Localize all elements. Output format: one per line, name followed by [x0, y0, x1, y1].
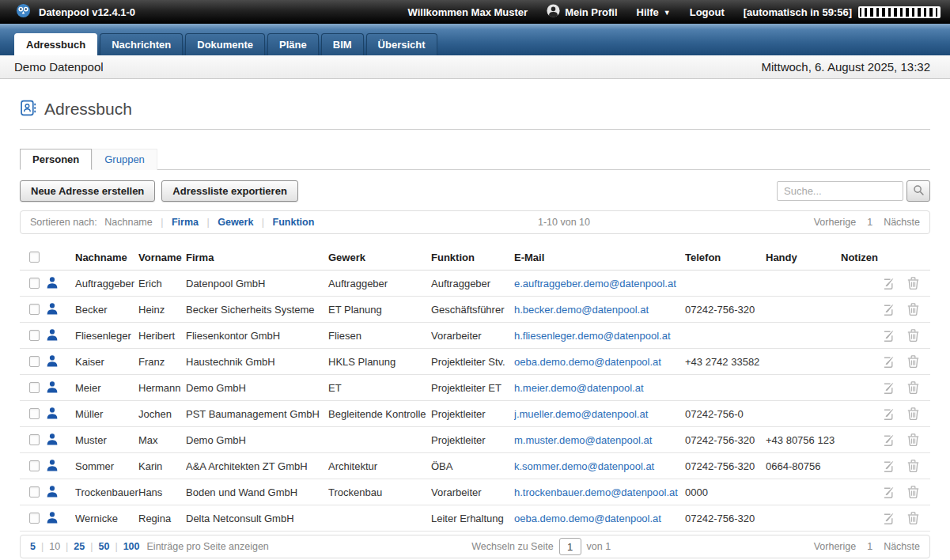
sort-link-firma[interactable]: Firma: [172, 217, 199, 228]
delete-icon[interactable]: [907, 381, 919, 395]
addressbook-icon: [20, 100, 36, 119]
goto-label: Wechseln zu Seite: [471, 541, 553, 552]
prev-page-link[interactable]: Vorherige: [814, 217, 857, 228]
delete-icon[interactable]: [907, 460, 919, 473]
edit-icon[interactable]: [884, 355, 895, 369]
cell-gewerk: Begleitende Kontrolle: [328, 408, 431, 420]
perpage-100[interactable]: 100: [123, 541, 140, 552]
export-list-button[interactable]: Adressliste exportieren: [161, 180, 298, 202]
subheader: Demo Datenpool Mittwoch, 6. August 2025,…: [0, 55, 950, 79]
edit-icon[interactable]: [884, 329, 895, 342]
footer-prev-link[interactable]: Vorherige: [814, 541, 857, 552]
cell-nachname: Fliesenleger: [75, 330, 138, 342]
sort-link-gewerk[interactable]: Gewerk: [218, 217, 253, 228]
perpage-5[interactable]: 5: [30, 541, 36, 552]
sort-bar: Sortieren nach: Nachname | Firma | Gewer…: [20, 210, 930, 234]
row-checkbox[interactable]: [29, 513, 40, 524]
cell-funktion: Geschäftsführer: [431, 304, 514, 316]
edit-icon[interactable]: [884, 303, 895, 316]
email-link[interactable]: h.fliesenleger.demo@datenpool.at: [514, 330, 671, 342]
cell-handy: +43 80756 123: [766, 434, 841, 446]
table-row: Sommer Karin A&A Architekten ZT GmbH Arc…: [20, 453, 930, 479]
person-icon: [46, 407, 59, 422]
search-input[interactable]: [777, 181, 903, 201]
goto-suffix: von 1: [587, 541, 611, 552]
nav-tab-uebersicht[interactable]: Übersicht: [366, 33, 437, 55]
email-link[interactable]: m.muster.demo@datenpool.at: [514, 434, 652, 446]
cell-funktion: Auftraggeber: [431, 278, 514, 289]
delete-icon[interactable]: [907, 407, 919, 421]
email-link[interactable]: j.mueller.demo@datenpool.at: [514, 408, 648, 420]
cell-gewerk: HKLS Planung: [328, 356, 431, 368]
select-all-checkbox[interactable]: [29, 252, 40, 263]
goto-page-input[interactable]: [559, 538, 581, 555]
email-link[interactable]: h.trockenbauer.demo@datenpool.at: [514, 486, 678, 498]
nav-tab-plaene[interactable]: Pläne: [267, 33, 319, 55]
delete-icon[interactable]: [907, 303, 919, 316]
nav-tab-dokumente[interactable]: Dokumente: [185, 33, 265, 55]
footer-current-page: 1: [867, 541, 872, 552]
row-checkbox[interactable]: [29, 408, 40, 419]
delete-icon[interactable]: [907, 277, 919, 290]
edit-icon[interactable]: [884, 460, 895, 473]
edit-icon[interactable]: [884, 277, 895, 290]
table-row: Fliesenleger Heribert Fliesenkontor GmbH…: [20, 323, 930, 349]
edit-icon[interactable]: [884, 433, 895, 447]
search-button[interactable]: [906, 180, 930, 202]
edit-icon[interactable]: [884, 486, 895, 499]
sort-link-funktion[interactable]: Funktion: [273, 217, 315, 228]
cell-nachname: Kaiser: [75, 356, 138, 368]
new-address-button[interactable]: Neue Adresse erstellen: [20, 180, 155, 202]
cell-funktion: Leiter Erhaltung: [431, 513, 514, 524]
edit-icon[interactable]: [884, 381, 895, 395]
edit-icon[interactable]: [884, 407, 895, 421]
tab-personen[interactable]: Personen: [20, 149, 92, 170]
nav-tab-adressbuch[interactable]: Adressbuch: [14, 33, 97, 55]
topbar: Datenpool v12.4.1-0 Willkommen Max Muste…: [0, 0, 950, 24]
email-link[interactable]: h.meier.demo@datenpool.at: [514, 382, 644, 394]
row-checkbox[interactable]: [29, 486, 40, 498]
table-row: Trockenbauer Hans Boden und Wand GmbH Tr…: [20, 479, 930, 505]
row-checkbox[interactable]: [29, 278, 40, 289]
row-checkbox[interactable]: [29, 356, 40, 367]
perpage-25[interactable]: 25: [74, 541, 85, 552]
email-link[interactable]: oeba.demo.demo@datenpool.at: [514, 513, 661, 524]
chevron-down-icon: ▼: [664, 9, 671, 17]
row-checkbox[interactable]: [29, 330, 40, 341]
cell-funktion: Projektleiter: [431, 434, 514, 446]
email-link[interactable]: h.becker.demo@datenpool.at: [514, 304, 649, 316]
logout-link[interactable]: Logout: [690, 6, 725, 18]
profile-avatar-icon: [547, 4, 560, 20]
email-link[interactable]: k.sommer.demo@datenpool.at: [514, 460, 654, 472]
row-checkbox[interactable]: [29, 460, 40, 471]
nav-tab-nachrichten[interactable]: Nachrichten: [100, 33, 183, 55]
table-row: Becker Heinz Becker Sicherheits Systeme …: [20, 297, 930, 323]
email-link[interactable]: e.auftraggeber.demo@datenpool.at: [514, 278, 676, 289]
delete-icon[interactable]: [907, 486, 919, 499]
cell-gewerk: Fliesen: [328, 330, 431, 342]
table-row: Kaiser Franz Haustechnik GmbH HKLS Planu…: [20, 349, 930, 375]
delete-icon[interactable]: [907, 512, 919, 525]
next-page-link[interactable]: Nächste: [884, 217, 920, 228]
edit-icon[interactable]: [884, 512, 895, 525]
nav-tab-bim[interactable]: BIM: [321, 33, 364, 55]
col-nachname: Nachname: [75, 252, 138, 263]
cell-nachname: Auftraggeber: [75, 278, 138, 289]
footer-next-link[interactable]: Nächste: [884, 541, 920, 552]
tab-gruppen[interactable]: Gruppen: [92, 149, 157, 170]
col-handy: Handy: [766, 252, 841, 263]
perpage-50[interactable]: 50: [99, 541, 110, 552]
row-checkbox[interactable]: [29, 304, 40, 315]
delete-icon[interactable]: [907, 329, 919, 342]
cell-nachname: Sommer: [75, 460, 138, 472]
profile-link[interactable]: Mein Profil: [547, 4, 617, 20]
row-checkbox[interactable]: [29, 382, 40, 393]
email-link[interactable]: oeba.demo.demo@datenpool.at: [514, 356, 661, 368]
delete-icon[interactable]: [907, 355, 919, 369]
cell-gewerk: ET: [328, 382, 431, 394]
cell-telefon: 07242-756-320: [685, 513, 766, 524]
page-title: Adressbuch: [44, 100, 132, 119]
row-checkbox[interactable]: [29, 434, 40, 445]
delete-icon[interactable]: [907, 433, 919, 447]
help-menu[interactable]: Hilfe ▼: [637, 6, 671, 18]
